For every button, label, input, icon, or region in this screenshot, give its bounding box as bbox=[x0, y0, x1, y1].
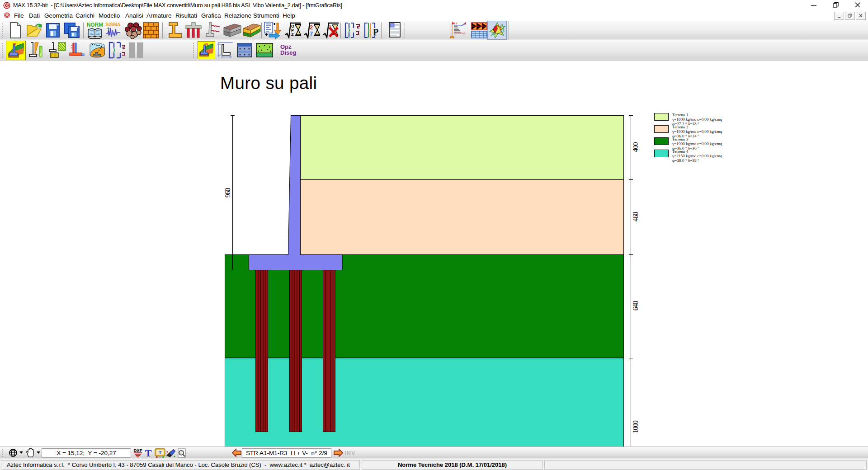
svg-text:T: T bbox=[145, 448, 152, 458]
svg-text:Terreno 3: Terreno 3 bbox=[672, 137, 689, 141]
svg-text:NORM: NORM bbox=[87, 22, 104, 28]
svg-text:γ=2150 kg/mc c=0.00 kg/cmq: γ=2150 kg/mc c=0.00 kg/cmq bbox=[672, 154, 722, 158]
svg-text:1000: 1000 bbox=[632, 420, 639, 433]
svg-text:Z: Z bbox=[291, 32, 294, 37]
svg-text:960: 960 bbox=[224, 188, 231, 198]
svg-text:Terreno 4: Terreno 4 bbox=[672, 149, 689, 154]
svg-text:640: 640 bbox=[632, 301, 639, 311]
svg-text:Terreno 1: Terreno 1 bbox=[672, 113, 689, 117]
svg-text:400: 400 bbox=[632, 142, 639, 152]
svg-text:7: 7 bbox=[310, 30, 313, 37]
svg-text:γ=1900 kg/mc c=0.00 kg/cmq: γ=1900 kg/mc c=0.00 kg/cmq bbox=[672, 129, 722, 134]
svg-text:Muro su pali: Muro su pali bbox=[220, 73, 317, 93]
svg-text:SISMA: SISMA bbox=[105, 22, 121, 27]
svg-text:Terreno 2: Terreno 2 bbox=[672, 125, 689, 129]
svg-text:γ=1800 kg/mc c=0.00 kg/cmq: γ=1800 kg/mc c=0.00 kg/cmq bbox=[672, 117, 722, 122]
svg-text:T: T bbox=[159, 450, 162, 455]
svg-text:γ=1900 kg/mc c=0.00 kg/cmq: γ=1900 kg/mc c=0.00 kg/cmq bbox=[672, 141, 722, 146]
svg-text:φ=38.0 ° δ=38 °: φ=38.0 ° δ=38 ° bbox=[672, 158, 699, 163]
svg-text:2: 2 bbox=[310, 24, 313, 31]
svg-text:460: 460 bbox=[632, 212, 639, 222]
svg-text:DXF: DXF bbox=[134, 448, 142, 453]
svg-text:P: P bbox=[373, 27, 378, 37]
